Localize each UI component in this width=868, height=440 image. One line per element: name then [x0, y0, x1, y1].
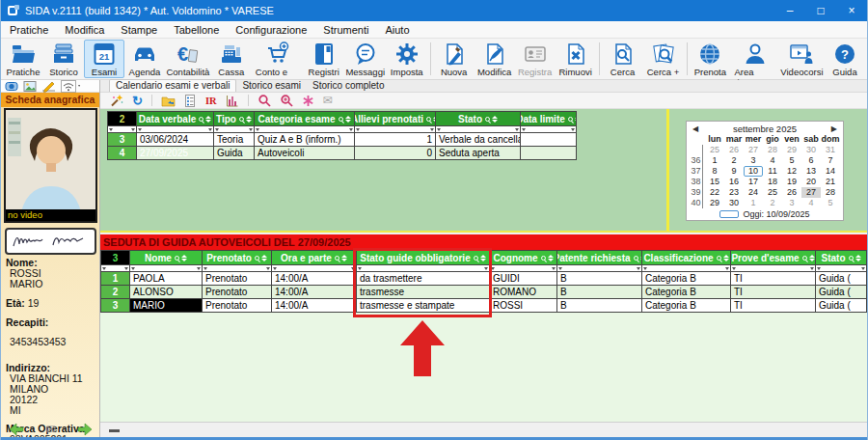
toolbar-storico-button[interactable]: Storico: [43, 40, 84, 78]
close-button[interactable]: ×: [836, 0, 867, 21]
calendar-day[interactable]: 30: [801, 145, 821, 155]
calendar-day[interactable]: 4: [763, 155, 782, 166]
menu-aiuto[interactable]: Aiuto: [385, 24, 409, 36]
calendar-day[interactable]: 20: [801, 177, 821, 187]
col-nome[interactable]: Nome: [130, 251, 203, 265]
open-folder-icon[interactable]: [161, 95, 176, 107]
col-tipo[interactable]: Tipo: [214, 112, 255, 126]
tab-calendario-esami[interactable]: Calendario esami e verbali: [109, 79, 236, 92]
calendar-day[interactable]: 24: [744, 187, 763, 198]
calendar-prev-icon[interactable]: ◀: [692, 124, 698, 133]
calendar-day[interactable]: 1: [744, 198, 763, 208]
calendar-day[interactable]: 2: [763, 198, 782, 208]
toolbar-area-riservata-button[interactable]: Area riserv.: [730, 40, 778, 78]
calendar-day[interactable]: 5: [782, 155, 801, 166]
calendar-day[interactable]: 25: [763, 187, 782, 198]
menu-strumenti[interactable]: Strumenti: [323, 24, 368, 36]
chart-icon[interactable]: [226, 94, 239, 107]
calendar-day[interactable]: 15: [705, 177, 724, 187]
calendar-day[interactable]: 28: [763, 145, 782, 155]
calendar-day[interactable]: 16: [724, 177, 744, 187]
toolbar-esami-button[interactable]: 21 Esami: [84, 40, 124, 78]
calendar-day[interactable]: 25: [705, 145, 724, 155]
tab-storico-completo[interactable]: Storico completo: [307, 80, 390, 92]
tab-storico-esami[interactable]: Storico esami: [236, 80, 307, 92]
ir-icon[interactable]: IR: [205, 96, 217, 106]
calendar-day[interactable]: 29: [705, 198, 724, 208]
calendar-day[interactable]: 11: [763, 166, 782, 177]
toolbar-agenda-button[interactable]: Agenda: [124, 40, 165, 78]
calendar-day[interactable]: 12: [782, 166, 801, 177]
signature-box[interactable]: [5, 228, 96, 255]
selected-cell[interactable]: MARIO: [130, 299, 203, 313]
webcam-icon[interactable]: [5, 80, 18, 93]
toolbar-cassa-button[interactable]: Cassa: [211, 40, 252, 78]
toolbar-modifica-button[interactable]: Modifica: [475, 40, 515, 78]
exam-row[interactable]: 3 03/06/2024 Teoria Quiz A e B (inform.)…: [108, 133, 577, 147]
col-ora-e-parte[interactable]: Ora e parte: [272, 251, 357, 265]
mail-icon[interactable]: ✉: [45, 423, 55, 436]
toolbar-cerca-plus-button[interactable]: Cerca +: [643, 40, 684, 78]
refresh-icon[interactable]: ↻: [132, 95, 143, 107]
calendar-day[interactable]: 8: [705, 166, 724, 177]
exam-row-selected[interactable]: 4 27/09/2025 Guida Autoveicoli 0 Seduta …: [108, 147, 577, 160]
toolbar-conto-iuv-button[interactable]: Conto e IUV: [252, 40, 304, 78]
col-cognome[interactable]: Cognome: [490, 251, 557, 265]
calendar-day[interactable]: 4: [801, 198, 821, 208]
calendar-day[interactable]: 29: [782, 145, 801, 155]
student-row[interactable]: 1 PAOLA Prenotato 14:00/A da trasmettere…: [101, 272, 867, 286]
toolbar-cerca-button[interactable]: Cerca: [603, 40, 643, 78]
selected-cell[interactable]: 27/09/2025: [137, 147, 214, 160]
toolbar-guida-button[interactable]: ? Guida: [825, 40, 865, 78]
calendar-day[interactable]: 22: [705, 187, 724, 198]
menu-configurazione[interactable]: Configurazione: [235, 24, 307, 36]
toolbar-contabilita-button[interactable]: € Contabilità: [165, 40, 211, 78]
col-data-verbale[interactable]: Data verbale: [137, 112, 214, 126]
calendar-day[interactable]: 9: [724, 166, 744, 177]
calendar-day[interactable]: 7: [821, 155, 840, 166]
calendar-day[interactable]: 27: [744, 145, 763, 155]
calendar-day[interactable]: 17: [744, 177, 763, 187]
col-categoria-esame[interactable]: Categoria esame: [255, 112, 355, 126]
toolbar-messaggi-button[interactable]: Messaggi: [344, 40, 387, 78]
toolbar-nuova-button[interactable]: Nuova: [434, 40, 475, 78]
menu-stampe[interactable]: Stampe: [121, 24, 157, 36]
export-list-icon[interactable]: [184, 95, 197, 107]
image-icon[interactable]: [23, 80, 37, 93]
col-stato[interactable]: Stato: [436, 112, 521, 126]
col-stato-guide-obbligatorie[interactable]: Stato guide obbligatorie: [357, 251, 490, 265]
calendar-day[interactable]: 26: [782, 187, 801, 198]
calendar-day[interactable]: 28: [821, 187, 840, 198]
col-patente-richiesta[interactable]: Patente richiesta: [557, 251, 642, 265]
calendar-day[interactable]: 5: [821, 198, 840, 208]
col-stato-allievo[interactable]: Stato: [816, 251, 867, 265]
minimize-button[interactable]: –: [774, 0, 805, 21]
next-arrow-icon[interactable]: [77, 423, 93, 436]
toolbar-rimuovi-button[interactable]: Rimuovi: [556, 40, 596, 78]
col-classificazione[interactable]: Classificazione: [642, 251, 731, 265]
toolbar-prenota-button[interactable]: Prenota: [690, 40, 730, 78]
col-prove-esame[interactable]: Prove d'esame: [731, 251, 816, 265]
menu-pratiche[interactable]: Pratiche: [10, 24, 48, 36]
col-data-limite[interactable]: Data limite: [521, 112, 577, 126]
calendar-day-selected[interactable]: 10: [744, 166, 763, 177]
calendar-day[interactable]: 21: [821, 177, 840, 187]
calendar-day[interactable]: 3: [782, 198, 801, 208]
toolbar-imposta-button[interactable]: Imposta: [387, 40, 427, 78]
toolbar-registri-button[interactable]: Registri: [304, 40, 344, 78]
calendar-day[interactable]: 2: [724, 155, 744, 166]
student-row[interactable]: 2 ALONSO Prenotato 14:00/A trasmesse ROM…: [101, 286, 867, 299]
calendar-day[interactable]: 26: [724, 145, 744, 155]
wifi-select-icon[interactable]: [61, 80, 82, 93]
calendar-day[interactable]: 1: [705, 155, 724, 166]
toolbar-registra-button[interactable]: Registra: [515, 40, 556, 78]
maximize-button[interactable]: □: [805, 0, 836, 21]
wizard-wand-icon[interactable]: [110, 94, 123, 107]
calendar-day[interactable]: 31: [821, 145, 840, 155]
calendar-day[interactable]: 30: [724, 198, 744, 208]
student-row-selected[interactable]: 3 MARIO Prenotato 14:00/A trasmesse e st…: [101, 299, 867, 313]
calendar-day-highlighted[interactable]: 27: [801, 187, 821, 198]
search-plus-icon[interactable]: [280, 94, 293, 107]
menu-tabellone[interactable]: Tabellone: [174, 24, 219, 36]
prev-arrow-icon[interactable]: [9, 423, 24, 436]
